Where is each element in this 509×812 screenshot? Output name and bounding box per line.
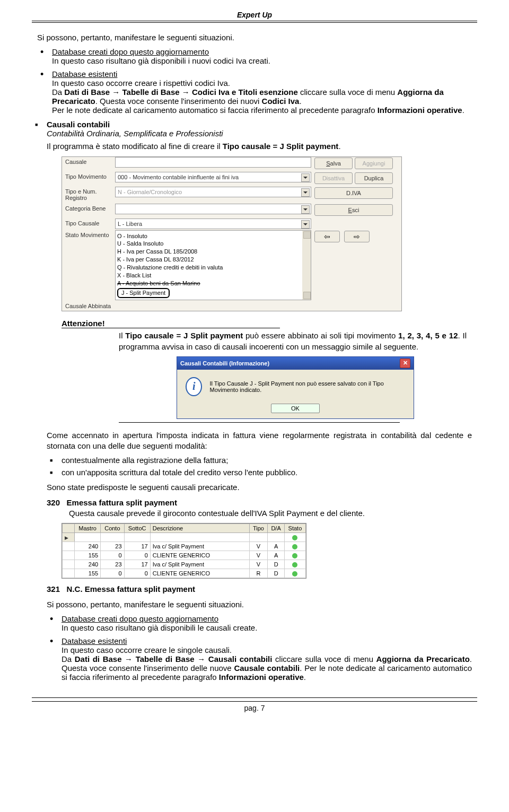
- bullet-c321-created: Database creati dopo questo aggiornament…: [62, 614, 472, 632]
- c321-intro: Si possono, pertanto, manifestare le seg…: [47, 599, 472, 610]
- c320-num: 320: [47, 498, 60, 507]
- db-created-body: In questo caso risultano già disponibili…: [52, 56, 270, 65]
- status-dot-icon: [292, 562, 297, 567]
- dialog-title: Causali Contabili (Informazione): [180, 360, 269, 366]
- c320-title: Emessa fattura split payment: [67, 498, 177, 507]
- lbl-causabb: Causale Abbinata: [62, 301, 115, 311]
- bullet-db-created: Database creati dopo questo aggiornament…: [52, 47, 472, 65]
- inp-catbene[interactable]: [115, 204, 311, 214]
- dialog-titlebar[interactable]: Causali Contabili (Informazione) ✕: [177, 357, 414, 370]
- page-number: pag. 7: [244, 704, 265, 712]
- inp-tipomov[interactable]: 000 - Movimento contabile ininfluente ai…: [115, 172, 311, 182]
- btn-disattiva: Disattiva: [314, 172, 353, 184]
- intro: Si possono, pertanto, manifestare le seg…: [37, 32, 472, 43]
- li-scrittura: con un'apposita scrittura dal totale del…: [62, 468, 472, 477]
- lbl-tipomov: Tipo Movimento: [62, 172, 115, 186]
- lbl-tipocaus: Tipo Causale: [62, 219, 115, 229]
- grid-row[interactable]: 41011 Vendite prodotti finiti e merci it…: [63, 533, 306, 542]
- btn-ok[interactable]: OK: [271, 404, 320, 413]
- status-dot-icon: [292, 544, 297, 549]
- opt-split-payment[interactable]: J - Split Payment: [117, 288, 170, 298]
- bullet-db-existing: Database esistenti In questo caso occorr…: [52, 69, 472, 115]
- screenshot-form: Causale SSalvaalva Aggiungi Tipo Movimen…: [62, 156, 402, 312]
- li-contestuale: contestualmente alla registrazione della…: [62, 456, 472, 465]
- row-marker-icon: [63, 533, 75, 542]
- screenshot-dialog: Causali Contabili (Informazione) ✕ i Il …: [177, 356, 414, 419]
- post-dialog-p2: Sono state predisposte le seguenti causa…: [47, 482, 472, 493]
- grid-header-row: Mastro Conto SottoC Descrizione Tipo D/A…: [63, 524, 306, 533]
- lbl-causale: Causale: [62, 157, 115, 171]
- content: Si possono, pertanto, manifestare le seg…: [32, 32, 477, 682]
- btn-diva[interactable]: D.IVA: [314, 187, 393, 199]
- btn-salva[interactable]: SSalvaalva: [314, 158, 353, 169]
- causali-title: Causali contabili: [47, 120, 110, 129]
- btn-prev[interactable]: ⇦: [314, 231, 340, 242]
- status-dot-icon: [292, 553, 297, 558]
- section-causali: Causali contabili Contabilità Ordinaria,…: [47, 120, 472, 682]
- btn-aggiungi: Aggiungi: [355, 158, 393, 169]
- c321-num: 321: [47, 584, 60, 593]
- btn-next[interactable]: ⇨: [344, 231, 370, 242]
- scrollbar[interactable]: [302, 231, 311, 300]
- dropdown-tipocaus[interactable]: O - Insoluto U - Salda Insoluto H - Iva …: [115, 230, 311, 301]
- grid-table: Mastro Conto SottoC Descrizione Tipo D/A…: [62, 523, 306, 578]
- post-dialog-p1: Come accennato in apertura l'imposta ind…: [47, 430, 472, 452]
- causali-sub: Contabilità Ordinaria, Semplificata e Pr…: [47, 129, 223, 138]
- attenzione-body: Il Tipo causale = J Split payment può es…: [119, 330, 467, 352]
- grid-row[interactable]: 15500 CLIENTE GENERICORD: [63, 569, 306, 578]
- lbl-tiporeg: Tipo e Num. Registro: [62, 187, 115, 203]
- inp-tipocaus[interactable]: L - Libera: [115, 219, 311, 229]
- attenzione-label: Attenzione!: [62, 319, 280, 328]
- lbl-catbene: Categoria Bene: [62, 204, 115, 217]
- lbl-statomov: Stato Movimento: [62, 230, 115, 301]
- db-created-title: Database creati dopo questo aggiornament…: [52, 47, 209, 56]
- page-header: Expert Up: [32, 11, 477, 23]
- btn-duplica[interactable]: Duplica: [355, 172, 393, 184]
- close-icon[interactable]: ✕: [400, 359, 410, 368]
- screenshot-grid: Mastro Conto SottoC Descrizione Tipo D/A…: [62, 523, 306, 579]
- grid-row[interactable]: 2402317 Iva c/ Split PaymentVA: [63, 542, 306, 551]
- info-icon: i: [186, 377, 202, 396]
- c320-body: Questa causale prevede il giroconto cont…: [69, 508, 365, 519]
- bullet-c321-existing: Database esistenti In questo caso occorr…: [62, 636, 472, 682]
- status-dot-icon: [292, 571, 297, 577]
- status-dot-icon: [292, 535, 297, 540]
- db-existing-title: Database esistenti: [52, 69, 117, 78]
- db-existing-l1: In questo caso occorre creare i rispetti…: [52, 78, 230, 88]
- dialog-msg: Il Tipo Causale J - Split Payment non pu…: [209, 380, 405, 393]
- grid-row[interactable]: 15500 CLIENTE GENERICOVA: [63, 551, 306, 560]
- grid-row[interactable]: 2402317 Iva c/ Split PaymentVD: [63, 560, 306, 569]
- page-footer: pag. 7: [32, 697, 477, 712]
- header-title: Expert Up: [237, 11, 272, 19]
- inp-tiporeg: N - Giornale/Cronologico: [115, 187, 311, 197]
- c321-title: N.C. Emessa fattura split payment: [67, 584, 196, 593]
- inp-causale[interactable]: [115, 157, 311, 168]
- btn-esci[interactable]: Esci: [314, 204, 393, 216]
